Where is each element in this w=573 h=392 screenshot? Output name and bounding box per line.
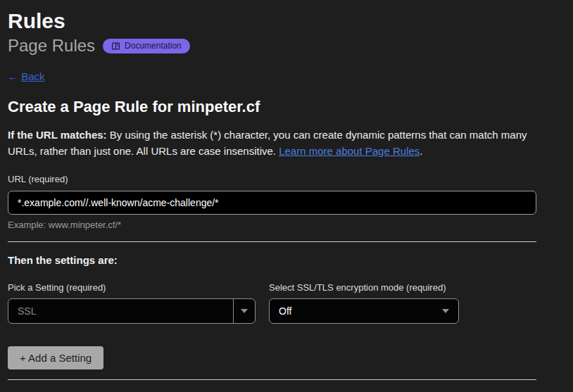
ssl-mode-arrow <box>442 309 458 313</box>
back-arrow-icon: ← <box>8 70 18 82</box>
add-setting-button[interactable]: + Add a Setting <box>8 346 103 369</box>
book-icon <box>111 42 120 51</box>
description-suffix: . <box>420 145 422 157</box>
setting-picker-column: Pick a Setting (required) SSL <box>8 282 256 324</box>
settings-row: Pick a Setting (required) SSL Select SSL… <box>8 282 536 324</box>
documentation-badge-label: Documentation <box>125 41 182 51</box>
learn-more-link[interactable]: Learn more about Page Rules <box>279 145 420 157</box>
ssl-mode-dropdown[interactable]: Off <box>269 298 459 324</box>
url-input[interactable] <box>8 191 536 215</box>
back-link-label: Back <box>21 70 44 82</box>
url-field-example: Example: www.minpeter.cf/* <box>8 220 536 230</box>
page-subtitle: Page Rules <box>8 37 95 55</box>
setting-picker-arrow-section[interactable] <box>233 299 255 323</box>
bottom-divider <box>8 379 536 380</box>
page-title: Rules <box>8 10 536 32</box>
chevron-down-icon <box>241 309 248 313</box>
url-field-label: URL (required) <box>8 174 536 184</box>
ssl-mode-value: Off <box>270 305 442 317</box>
setting-picker-label: Pick a Setting (required) <box>8 282 256 293</box>
url-match-description: If the URL matches: By using the asteris… <box>8 127 533 159</box>
back-link[interactable]: ← Back <box>8 70 45 82</box>
form-heading: Create a Page Rule for minpeter.cf <box>8 98 536 116</box>
page-container: Rules Page Rules Documentation ← Back Cr… <box>0 0 536 380</box>
subtitle-row: Page Rules Documentation <box>8 36 536 56</box>
ssl-mode-label: Select SSL/TLS encryption mode (required… <box>269 282 459 293</box>
description-bold-prefix: If the URL matches: <box>8 129 107 141</box>
setting-picker-value: SSL <box>8 305 233 317</box>
setting-picker-dropdown[interactable]: SSL <box>8 298 256 324</box>
divider <box>8 241 536 242</box>
chevron-down-icon <box>442 309 449 313</box>
settings-heading: Then the settings are: <box>8 254 536 266</box>
documentation-badge[interactable]: Documentation <box>103 39 190 53</box>
ssl-mode-column: Select SSL/TLS encryption mode (required… <box>269 282 459 324</box>
